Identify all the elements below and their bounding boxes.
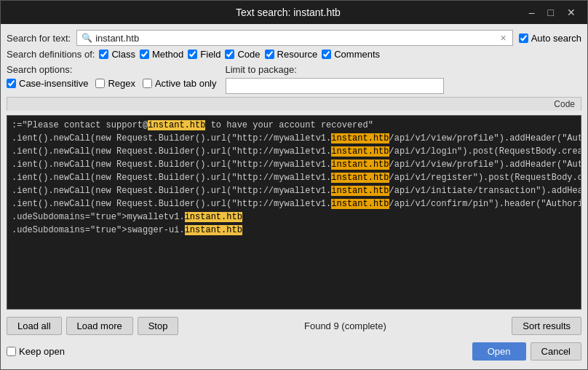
highlight-9: instant.htb xyxy=(185,225,242,235)
highlight-5: instant.htb xyxy=(331,173,389,183)
highlight-3: instant.htb xyxy=(331,146,389,157)
code-line-9: .udeSubdomains="true">swagger-ui.instant… xyxy=(12,224,576,237)
code-line-6: .ient().newCall(new Request.Builder().ur… xyxy=(12,184,576,197)
code-area[interactable]: :="Please contact support@instant.htb to… xyxy=(7,115,581,310)
case-insensitive-label[interactable]: Case-insensitive xyxy=(7,78,88,89)
maximize-button[interactable]: □ xyxy=(544,5,558,20)
footer-buttons: Open Cancel xyxy=(472,342,581,361)
search-label: Search for text: xyxy=(7,33,71,44)
dialog-body: Search for text: 🔍 × Auto search Search … xyxy=(1,24,587,369)
case-insensitive-checkbox[interactable] xyxy=(7,79,16,88)
limit-label: Limit to package: xyxy=(226,64,582,75)
method-label: Method xyxy=(152,49,183,60)
limit-section: Limit to package: xyxy=(226,64,582,94)
limit-input-row xyxy=(226,78,582,94)
open-button[interactable]: Open xyxy=(472,342,526,361)
field-checkbox[interactable] xyxy=(188,50,197,59)
options-limit-section: Search options: Case-insensitive Regex A… xyxy=(7,64,581,94)
definitions-row: Search definitions of: Class Method Fiel… xyxy=(7,49,581,60)
title-bar: Text search: instant.htb – □ ✕ xyxy=(1,1,587,24)
code-line-3: .ient().newCall(new Request.Builder().ur… xyxy=(12,145,576,158)
status-text: Found 9 (complete) xyxy=(183,320,507,331)
highlight-6: instant.htb xyxy=(331,186,389,196)
code-header-label: Code xyxy=(554,99,575,109)
comments-label: Comments xyxy=(334,49,380,60)
load-more-button[interactable]: Load more xyxy=(66,317,133,335)
bottom-controls: Load all Load more Stop Found 9 (complet… xyxy=(7,312,581,336)
window-title: Text search: instant.htb xyxy=(52,7,525,18)
search-input-wrap: 🔍 × xyxy=(76,30,512,46)
resource-checkbox-label[interactable]: Resource xyxy=(265,49,318,60)
code-label: Code xyxy=(237,49,260,60)
keep-open-checkbox[interactable] xyxy=(7,347,16,356)
code-line-2: .ient().newCall(new Request.Builder().ur… xyxy=(12,132,576,145)
search-input[interactable] xyxy=(95,33,498,44)
regex-label[interactable]: Regex xyxy=(95,78,135,89)
options-checkboxes: Case-insensitive Regex Active tab only xyxy=(7,78,217,89)
class-label: Class xyxy=(111,49,135,60)
auto-search-checkbox[interactable] xyxy=(519,34,528,43)
highlight-1: instant.htb xyxy=(148,120,205,130)
cancel-button[interactable]: Cancel xyxy=(531,342,581,361)
search-row: Search for text: 🔍 × Auto search xyxy=(7,30,581,46)
footer-row: Keep open Open Cancel xyxy=(7,339,581,363)
resource-checkbox[interactable] xyxy=(265,50,274,59)
code-line-5: .ient().newCall(new Request.Builder().ur… xyxy=(12,171,576,184)
minimize-button[interactable]: – xyxy=(525,5,539,20)
options-label: Search options: xyxy=(7,64,217,75)
window-controls: – □ ✕ xyxy=(525,5,580,20)
code-line-7: .ient().newCall(new Request.Builder().ur… xyxy=(12,197,576,210)
code-line-8: .udeSubdomains="true">mywalletv1.instant… xyxy=(12,210,576,224)
search-icon: 🔍 xyxy=(82,33,92,43)
highlight-4: instant.htb xyxy=(331,160,389,170)
clear-button[interactable]: × xyxy=(498,32,507,44)
limit-input[interactable] xyxy=(226,78,444,94)
active-tab-text: Active tab only xyxy=(155,78,217,89)
options-section: Search options: Case-insensitive Regex A… xyxy=(7,64,217,89)
code-line-4: .ient().newCall(new Request.Builder().ur… xyxy=(12,158,576,171)
field-checkbox-label[interactable]: Field xyxy=(188,49,220,60)
field-label: Field xyxy=(200,49,220,60)
keep-open-label[interactable]: Keep open xyxy=(7,346,65,357)
keep-open-text: Keep open xyxy=(19,346,65,357)
auto-search-text: Auto search xyxy=(531,33,581,44)
code-line-1: :="Please contact support@instant.htb to… xyxy=(12,119,576,132)
class-checkbox-label[interactable]: Class xyxy=(99,49,135,60)
dialog: Text search: instant.htb – □ ✕ Search fo… xyxy=(0,0,588,370)
comments-checkbox-label[interactable]: Comments xyxy=(322,49,380,60)
method-checkbox[interactable] xyxy=(140,50,149,59)
highlight-7: instant.htb xyxy=(331,199,389,209)
comments-checkbox[interactable] xyxy=(322,50,331,59)
definitions-label: Search definitions of: xyxy=(7,49,95,60)
sort-results-button[interactable]: Sort results xyxy=(512,317,581,335)
regex-text: Regex xyxy=(108,78,135,89)
resource-label: Resource xyxy=(277,49,318,60)
case-insensitive-text: Case-insensitive xyxy=(19,78,88,89)
load-all-button[interactable]: Load all xyxy=(7,317,62,335)
auto-search-label[interactable]: Auto search xyxy=(519,33,581,44)
active-tab-label[interactable]: Active tab only xyxy=(143,78,217,89)
code-checkbox[interactable] xyxy=(225,50,234,59)
method-checkbox-label[interactable]: Method xyxy=(140,49,183,60)
code-checkbox-label[interactable]: Code xyxy=(225,49,260,60)
stop-button[interactable]: Stop xyxy=(138,317,179,335)
highlight-8: instant.htb xyxy=(185,212,242,222)
active-tab-checkbox[interactable] xyxy=(143,79,152,88)
class-checkbox[interactable] xyxy=(99,50,108,59)
regex-checkbox[interactable] xyxy=(95,79,105,88)
highlight-2: instant.htb xyxy=(331,133,389,143)
close-button[interactable]: ✕ xyxy=(563,5,580,20)
code-section-header: Code xyxy=(7,97,581,111)
